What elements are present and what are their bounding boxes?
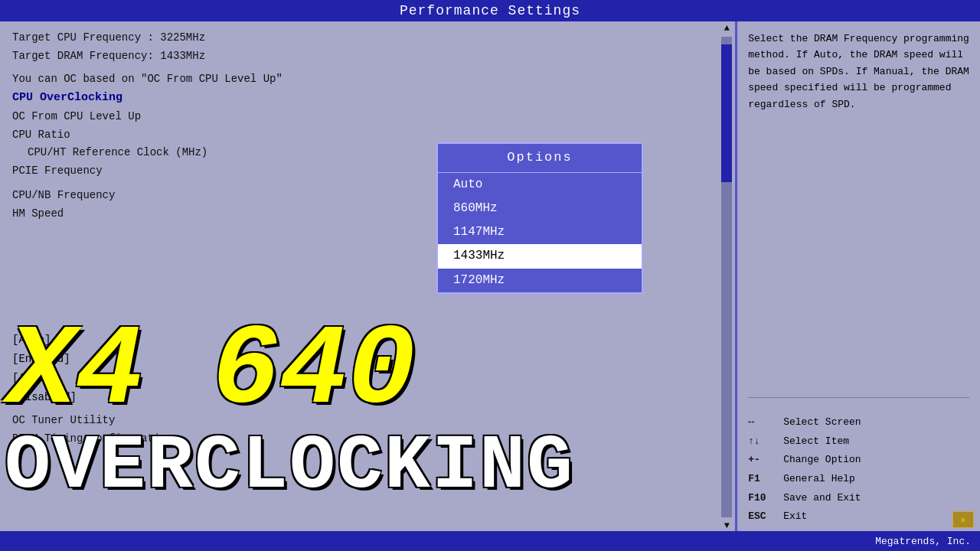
hint-key-f10: F10 [748,489,777,508]
option-860mhz[interactable]: 860MHz [438,197,642,220]
cpu-overclocking-label: CPU OverClocking [12,88,707,108]
title-text: Performance Settings [400,3,580,18]
hint-key-plusminus: +- [748,451,777,470]
hint-f10: F10 Save and Exit [748,489,969,508]
target-cpu-freq-line: Target CPU Frequency : 3225MHz [12,29,707,47]
scrollbar-track[interactable] [721,37,732,517]
hint-desc-f1: General Help [783,470,855,489]
val-disabled[interactable]: [Disabled] [12,388,707,407]
hint-desc-select-screen: Select Screen [783,413,861,432]
target-dram-freq-line: Target DRAM Frequency: 1433MHz [12,47,707,66]
scrollbar-thumb [721,44,732,182]
hint-desc-esc: Exit [783,507,807,527]
hint-key-ud: ↑↓ [748,432,777,452]
hint-key-f1: F1 [748,470,777,489]
pcie-freq-text: PCIE Frequency [12,165,103,177]
val-auto2[interactable]: [Auto] [12,369,707,388]
oc-note-text: You can OC based on "OC From CPU Level U… [12,73,283,85]
dram-timing-item[interactable]: DRAM Timing configuration [12,430,707,448]
hint-key-esc: ESC [748,507,777,527]
oc-note-line: You can OC based on "OC From CPU Level U… [12,70,707,89]
hint-f1: F1 General Help [748,470,969,489]
bios-left-panel: Target CPU Frequency : 3225MHz Target DR… [0,21,719,531]
option-auto[interactable]: Auto [438,173,642,197]
status-text: Megatrends, Inc. [875,536,971,547]
hm-speed-text: HM Speed [12,207,64,220]
hint-select-screen: ↔ Select Screen [748,413,969,432]
val-auto[interactable]: [Auto] [12,331,707,350]
divider [748,397,969,398]
hint-change-option: +- Change Option [748,451,969,470]
hint-desc-f10: Save and Exit [783,489,861,508]
bios-right-panel: Select the DRAM Frequency programming me… [735,21,980,531]
hint-select-item: ↑↓ Select Item [748,432,969,452]
key-hints: ↔ Select Screen ↑↓ Select Item +- Change… [748,413,969,527]
cpu-ratio-item[interactable]: CPU Ratio [12,126,707,145]
help-text: Select the DRAM Frequency programming me… [748,31,969,394]
corner-icon: ⊞ [952,511,974,528]
scroll-down-arrow[interactable]: ▼ [724,520,730,531]
hint-esc: ESC Exit [748,507,969,527]
scroll-up-arrow[interactable]: ▲ [724,23,730,34]
oc-from-cpu-item[interactable]: OC From CPU Level Up [12,108,707,126]
bios-screen: Performance Settings Target CPU Frequenc… [0,0,980,551]
target-cpu-freq-text: Target CPU Frequency : 3225MHz [12,31,205,44]
target-dram-freq-text: Target DRAM Frequency: 1433MHz [12,50,205,62]
cpu-ratio-text: CPU Ratio [12,129,70,141]
hint-desc-select-item: Select Item [783,432,849,452]
cpu-ht-ref-text: CPU/HT Reference Clock (MHz) [28,146,207,158]
cpu-overclocking-text: CPU OverClocking [12,91,122,104]
options-popup: Options Auto 860MHz 1147MHz 1433MHz 1720… [436,142,643,294]
scrollbar: ▲ ▼ [719,21,736,531]
corner-icon-symbol: ⊞ [962,517,965,523]
main-area: Target CPU Frequency : 3225MHz Target DR… [0,21,980,531]
status-bar: Megatrends, Inc. [0,531,980,551]
hint-key-arrows: ↔ [748,413,777,432]
hint-desc-change-option: Change Option [783,451,861,470]
oc-tuner-item[interactable]: OC Tuner Utility [12,412,707,430]
option-1147mhz[interactable]: 1147MHz [438,220,642,244]
value-rows: [Auto] [Enabled] [Auto] [Disabled] [12,331,707,408]
popup-title: Options [438,144,642,173]
val-enabled[interactable]: [Enabled] [12,350,707,369]
cpu-nb-freq-text: CPU/NB Frequency [12,189,115,201]
option-1720mhz[interactable]: 1720MHz [438,269,642,292]
oc-from-cpu-text: OC From CPU Level Up [12,110,141,122]
title-bar: Performance Settings [0,0,980,21]
option-1433mhz[interactable]: 1433MHz [438,244,642,268]
oc-tuner-text: OC Tuner Utility [12,414,115,426]
dram-timing-text: DRAM Timing configuration [12,432,173,445]
